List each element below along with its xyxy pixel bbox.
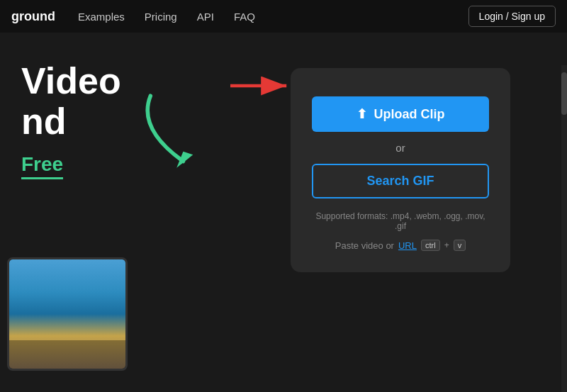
- supported-formats: Supported formats: .mp4, .webm, .ogg, .m…: [312, 211, 489, 231]
- plus-sign: +: [444, 240, 449, 250]
- green-arrow-container: [128, 89, 213, 177]
- nav-link-api[interactable]: API: [197, 11, 214, 23]
- upload-icon: ⬆: [357, 106, 367, 122]
- hero-title-line1: Video: [21, 61, 121, 101]
- v-key: v: [454, 240, 466, 251]
- nav-link-examples[interactable]: Examples: [78, 11, 125, 23]
- paste-row: Paste video or URL ctrl + v: [335, 240, 466, 251]
- upload-clip-button[interactable]: ⬆ Upload Clip: [312, 96, 489, 132]
- nav-brand[interactable]: ground: [11, 9, 55, 24]
- navbar: ground Examples Pricing API FAQ Login / …: [0, 0, 567, 33]
- hero-free-label: Free: [21, 153, 63, 179]
- ctrl-key: ctrl: [421, 240, 440, 251]
- scrollbar[interactable]: [561, 65, 567, 392]
- green-arrow-icon: [128, 89, 213, 174]
- scrollbar-thumb[interactable]: [561, 72, 567, 115]
- login-button[interactable]: Login / Sign up: [468, 6, 556, 27]
- nav-link-pricing[interactable]: Pricing: [145, 11, 177, 23]
- upload-clip-label: Upload Clip: [374, 107, 445, 122]
- hero-title-line2: nd: [21, 101, 121, 142]
- nav-link-faq[interactable]: FAQ: [234, 11, 255, 23]
- video-thumbnail: [9, 259, 125, 369]
- red-arrow-icon: [230, 68, 294, 103]
- search-gif-button[interactable]: Search GIF: [312, 164, 489, 198]
- hero-section: Video nd Free ⬆ Upload Clip or Search GI…: [0, 33, 567, 392]
- hero-title: Video nd: [21, 61, 121, 142]
- nav-links: Examples Pricing API FAQ: [78, 11, 468, 23]
- paste-text: Paste video or: [335, 240, 394, 251]
- video-preview: [7, 257, 128, 371]
- video-overlay: [9, 340, 125, 369]
- or-separator: or: [395, 142, 405, 154]
- upload-card: ⬆ Upload Clip or Search GIF Supported fo…: [291, 68, 510, 272]
- url-link[interactable]: URL: [398, 240, 417, 251]
